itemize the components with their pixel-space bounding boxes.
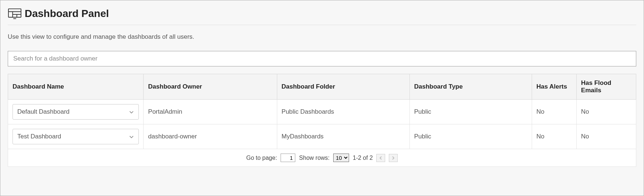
cell-owner: dashboard-owner <box>144 124 277 149</box>
col-header-folder[interactable]: Dashboard Folder <box>277 74 409 100</box>
chevron-down-icon <box>129 109 134 114</box>
range-text: 1-2 of 2 <box>353 155 373 161</box>
show-rows-label: Show rows: <box>299 155 330 161</box>
page-header: Dashboard Panel <box>8 8 636 20</box>
prev-page-button[interactable] <box>376 154 385 162</box>
col-header-name[interactable]: Dashboard Name <box>8 74 144 100</box>
cell-alerts: No <box>532 124 576 149</box>
col-header-owner[interactable]: Dashboard Owner <box>144 74 277 100</box>
cell-folder: MyDashboards <box>277 124 409 149</box>
cell-type: Public <box>409 124 532 149</box>
dashboard-icon <box>8 8 22 19</box>
goto-page-label: Go to page: <box>246 155 277 161</box>
cell-alerts: No <box>532 100 576 124</box>
cell-owner: PortalAdmin <box>144 100 277 124</box>
dashboard-name-dropdown[interactable]: Test Dashboard <box>13 129 139 144</box>
col-header-alerts[interactable]: Has Alerts <box>532 74 576 100</box>
chevron-left-icon <box>379 155 383 161</box>
svg-rect-0 <box>8 9 21 17</box>
chevron-right-icon <box>391 155 395 161</box>
pager-row: Go to page: Show rows: 10 1-2 of 2 <box>8 149 636 167</box>
header-divider <box>8 25 636 25</box>
col-header-type[interactable]: Dashboard Type <box>409 74 532 100</box>
page-title: Dashboard Panel <box>25 8 109 20</box>
cell-flood: No <box>577 100 636 124</box>
pager: Go to page: Show rows: 10 1-2 of 2 <box>246 154 398 162</box>
next-page-button[interactable] <box>389 154 398 162</box>
show-rows-select[interactable]: 10 <box>333 154 349 162</box>
dashboards-table: Dashboard Name Dashboard Owner Dashboard… <box>8 74 636 167</box>
dashboard-panel-page: Dashboard Panel Use this view to configu… <box>0 0 644 196</box>
cell-flood: No <box>577 124 636 149</box>
dashboard-name-text: Test Dashboard <box>17 133 61 140</box>
dashboard-name-text: Default Dashboard <box>17 108 70 116</box>
cell-type: Public <box>409 100 532 124</box>
goto-page-input[interactable] <box>281 154 295 162</box>
search-input[interactable] <box>8 51 636 66</box>
chevron-down-icon <box>129 134 134 139</box>
dashboard-name-dropdown[interactable]: Default Dashboard <box>13 104 139 120</box>
table-row: Default Dashboard PortalAdmin Public Das… <box>8 100 636 124</box>
cell-folder: Public Dashboards <box>277 100 409 124</box>
page-description: Use this view to configure and manage th… <box>8 33 636 41</box>
col-header-flood[interactable]: Has Flood Emails <box>577 74 636 100</box>
table-header-row: Dashboard Name Dashboard Owner Dashboard… <box>8 74 636 100</box>
table-row: Test Dashboard dashboard-owner MyDashboa… <box>8 124 636 149</box>
